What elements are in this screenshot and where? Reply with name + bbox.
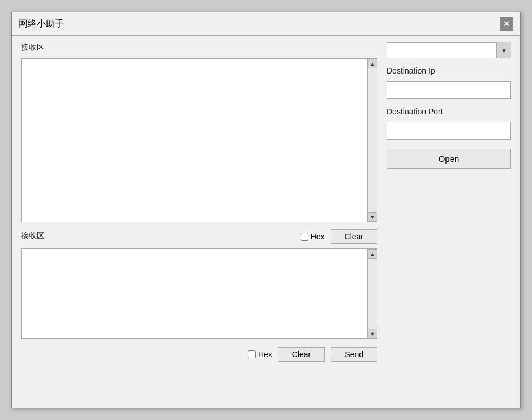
destination-ip-label: Destination Ip [387, 66, 511, 75]
hex-label-top: Hex [311, 232, 325, 241]
title-bar: 网络小助手 ✕ [12, 12, 520, 36]
scroll-up-arrow-bottom[interactable]: ▲ [368, 249, 377, 259]
open-button[interactable]: Open [387, 149, 511, 169]
scroll-down-arrow-bottom[interactable]: ▼ [368, 329, 377, 338]
scrollbar-bottom: ▲ ▼ [367, 249, 377, 338]
hex-checkbox-label-top[interactable]: Hex [301, 232, 325, 241]
destination-port-label: Destination Port [387, 107, 511, 116]
receive-area-controls-row: 接收区 Hex Clear [21, 229, 377, 244]
right-spacer [387, 173, 511, 362]
hex-checkbox-label-bottom[interactable]: Hex [248, 350, 272, 359]
hex-checkbox-top[interactable] [301, 233, 308, 241]
receive-textarea-wrapper-bottom: ▲ ▼ [21, 248, 377, 339]
dialog-body: 接收区 ▲ ▼ 接收区 Hex Clear [12, 36, 520, 368]
scroll-thumb-area-bottom [368, 259, 377, 329]
receive-area-label-bottom: 接收区 [21, 231, 45, 241]
scroll-thumb-area-top [368, 68, 377, 212]
scrollbar-top: ▲ ▼ [367, 59, 377, 222]
receive-textarea-top[interactable] [22, 59, 367, 222]
close-button[interactable]: ✕ [500, 17, 513, 31]
receive-textarea-wrapper-top: ▲ ▼ [21, 58, 377, 222]
destination-port-input[interactable] [387, 122, 511, 140]
bottom-controls-row: Hex Clear Send [21, 347, 377, 362]
left-panel: 接收区 ▲ ▼ 接收区 Hex Clear [21, 42, 377, 362]
clear-button-bottom[interactable]: Clear [278, 347, 325, 362]
receive-textarea-bottom[interactable] [22, 249, 367, 338]
dropdown-wrapper: ▼ [387, 42, 511, 58]
window-title: 网络小助手 [19, 18, 64, 30]
main-dialog: 网络小助手 ✕ 接收区 ▲ ▼ 接收区 [11, 12, 521, 408]
hex-label-bottom: Hex [258, 350, 272, 359]
clear-button-top[interactable]: Clear [331, 229, 377, 244]
receive-area-label-top: 接收区 [21, 42, 377, 53]
connection-dropdown[interactable] [387, 42, 511, 58]
scroll-down-arrow-top[interactable]: ▼ [368, 212, 377, 222]
hex-checkbox-bottom[interactable] [248, 350, 256, 358]
right-panel: ▼ Destination Ip Destination Port Open [387, 42, 511, 362]
send-button[interactable]: Send [331, 347, 377, 362]
destination-ip-input[interactable] [387, 81, 511, 99]
scroll-up-arrow-top[interactable]: ▲ [368, 59, 377, 68]
